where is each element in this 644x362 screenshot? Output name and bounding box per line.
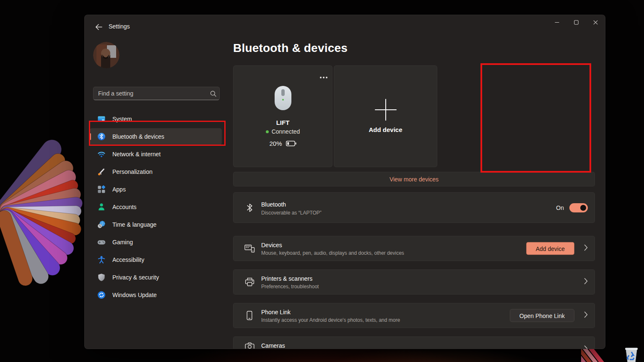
row-title: Printers & scanners xyxy=(261,275,312,282)
bluetooth-icon xyxy=(97,132,106,141)
window-title: Settings xyxy=(109,23,130,30)
devices-row[interactable]: Devices Mouse, keyboard, pen, audio, dis… xyxy=(233,236,595,261)
printer-icon xyxy=(244,277,255,287)
personalization-icon xyxy=(97,168,106,176)
settings-window: Settings xyxy=(84,15,605,349)
accessibility-icon xyxy=(97,256,106,264)
view-more-label: View more devices xyxy=(390,176,439,183)
view-more-devices-button[interactable]: View more devices xyxy=(233,172,595,186)
sidebar-item-windows-update[interactable]: Windows Update xyxy=(90,287,222,303)
add-device-button[interactable]: Add device xyxy=(526,242,574,255)
sidebar-item-gaming[interactable]: Gaming xyxy=(90,234,222,251)
mouse-icon xyxy=(275,86,291,110)
sidebar-item-time-language[interactable]: Time & language xyxy=(90,216,222,233)
plus-icon xyxy=(374,98,397,123)
sidebar-item-bluetooth-devices[interactable]: Bluetooth & devices xyxy=(90,128,222,145)
gaming-icon xyxy=(97,238,106,246)
system-icon xyxy=(97,115,106,123)
phone-icon xyxy=(244,311,255,321)
phone-link-row[interactable]: Phone Link Instantly access your Android… xyxy=(233,303,595,328)
sidebar-item-label: Privacy & security xyxy=(112,274,159,281)
sidebar-item-label: System xyxy=(112,116,132,122)
device-battery: 20% xyxy=(234,140,332,147)
account-avatar[interactable] xyxy=(93,42,119,68)
battery-percent: 20% xyxy=(269,140,282,147)
chevron-right-icon xyxy=(584,345,588,349)
row-title: Phone Link xyxy=(261,309,291,315)
chevron-right-icon xyxy=(584,244,588,253)
sidebar-item-label: Time & language xyxy=(112,221,156,228)
annotation-add-device-highlight xyxy=(480,63,591,173)
bluetooth-toggle[interactable] xyxy=(569,203,588,212)
search-input[interactable] xyxy=(93,90,207,97)
sidebar-item-accessibility[interactable]: Accessibility xyxy=(90,251,222,268)
wallpaper-bloom xyxy=(0,110,92,314)
sidebar-item-accounts[interactable]: Accounts xyxy=(90,199,222,215)
sidebar-item-privacy-security[interactable]: Privacy & security xyxy=(90,269,222,286)
row-title: Cameras xyxy=(261,342,285,349)
search-icon xyxy=(207,90,219,97)
bluetooth-glyph-icon xyxy=(244,202,255,213)
toggle-state-label: On xyxy=(556,204,564,211)
more-icon[interactable] xyxy=(323,77,325,78)
open-phone-link-button[interactable]: Open Phone Link xyxy=(510,309,574,322)
sidebar-nav: System Bluetooth & devices xyxy=(85,110,227,304)
sidebar: System Bluetooth & devices xyxy=(85,35,227,349)
sidebar-item-label: Windows Update xyxy=(112,292,157,298)
page-title: Bluetooth & devices xyxy=(233,41,348,55)
camera-icon xyxy=(244,342,255,349)
wallpaper-glow xyxy=(319,347,553,362)
sidebar-item-label: Apps xyxy=(112,186,126,193)
add-device-label: Add device xyxy=(334,126,437,133)
bluetooth-toggle-row: Bluetooth Discoverable as “LAPTOP” On xyxy=(233,192,595,223)
toggle-knob xyxy=(580,205,586,211)
privacy-security-icon xyxy=(97,273,106,282)
main-content: Bluetooth & devices LIFT Connected 20% xyxy=(233,15,595,349)
chevron-right-icon xyxy=(584,278,588,286)
row-subtitle: Preferences, troubleshoot xyxy=(261,284,319,290)
printers-scanners-row[interactable]: Printers & scanners Preferences, trouble… xyxy=(233,269,595,295)
connected-dot-icon xyxy=(266,130,269,133)
device-status: Connected xyxy=(234,128,332,135)
row-subtitle: Mouse, keyboard, pen, audio, displays an… xyxy=(261,250,404,256)
bluetooth-row-subtitle: Discoverable as “LAPTOP” xyxy=(261,210,322,216)
device-name: LIFT xyxy=(234,119,332,126)
desktop: Settings xyxy=(0,0,644,362)
sidebar-item-label: Network & internet xyxy=(112,151,161,158)
device-card-lift: LIFT Connected 20% xyxy=(233,65,332,167)
chevron-right-icon xyxy=(584,311,588,320)
sidebar-item-label: Accounts xyxy=(112,204,137,210)
windows-update-icon xyxy=(97,291,106,299)
cameras-row[interactable]: Cameras xyxy=(233,336,595,349)
recycle-bin-icon[interactable] xyxy=(623,346,640,362)
sidebar-item-system[interactable]: System xyxy=(90,111,222,127)
sidebar-item-personalization[interactable]: Personalization xyxy=(90,163,222,180)
apps-icon xyxy=(97,185,106,194)
time-language-icon xyxy=(97,220,106,229)
devices-icon xyxy=(244,244,255,253)
selected-indicator xyxy=(90,133,91,140)
battery-low-icon xyxy=(286,141,296,146)
row-title: Devices xyxy=(261,242,282,248)
sidebar-item-network-internet[interactable]: Network & internet xyxy=(90,146,222,163)
back-arrow-icon xyxy=(95,24,102,30)
network-icon xyxy=(97,150,106,158)
search-box xyxy=(93,87,220,100)
sidebar-item-label: Personalization xyxy=(112,168,153,175)
row-subtitle: Instantly access your Android device's p… xyxy=(261,317,400,323)
add-device-card[interactable]: Add device xyxy=(334,65,437,167)
accounts-icon xyxy=(97,203,106,211)
sidebar-item-label: Bluetooth & devices xyxy=(112,133,164,140)
back-button[interactable] xyxy=(91,21,106,32)
sidebar-item-label: Gaming xyxy=(112,239,133,246)
sidebar-item-apps[interactable]: Apps xyxy=(90,181,222,198)
bluetooth-row-title: Bluetooth xyxy=(261,201,286,208)
sidebar-item-label: Accessibility xyxy=(112,256,144,263)
